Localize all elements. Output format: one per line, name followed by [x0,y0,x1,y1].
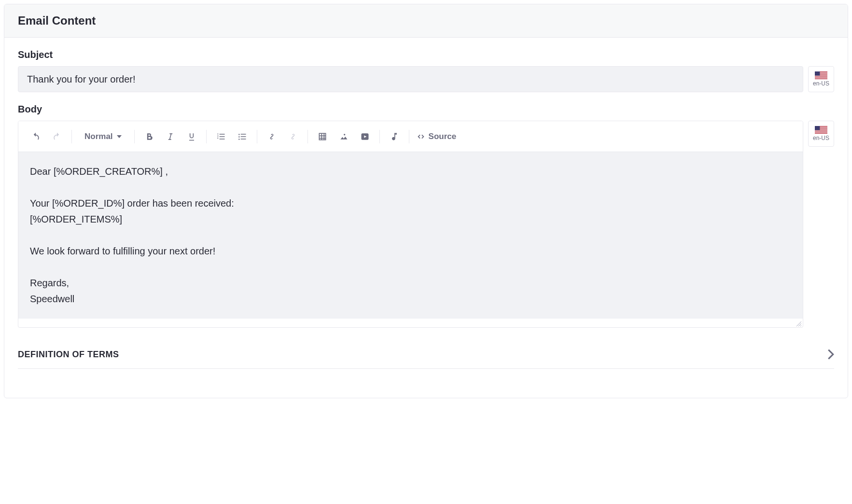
undo-button[interactable] [27,128,44,145]
unlink-icon [288,132,298,141]
toolbar-separator [257,130,257,143]
body-line [30,227,791,243]
caret-down-icon [117,135,122,138]
svg-rect-4 [815,76,827,76]
video-button[interactable] [356,128,374,145]
panel-body: Subject en-US Body [4,38,848,369]
body-line: We look forward to fulfilling your next … [30,243,791,259]
toolbar-separator [409,130,409,143]
editor-toolbar: Normal [18,121,803,152]
svg-rect-15 [815,133,827,133]
toolbar-separator [379,130,380,143]
redo-icon [52,132,62,141]
panel-title: Email Content [18,14,834,28]
body-line: [%ORDER_ITEMS%] [30,211,791,227]
subject-locale-text: en-US [813,80,829,87]
image-icon [339,132,349,141]
undo-icon [31,132,41,141]
source-button-label: Source [429,132,457,141]
paragraph-style-dropdown[interactable]: Normal [76,128,130,145]
toolbar-separator [134,130,135,143]
link-icon [267,132,277,141]
bold-button[interactable] [140,128,158,145]
ordered-list-icon [216,132,226,141]
definition-of-terms-title: DEFINITION OF TERMS [18,350,119,360]
table-icon [318,132,327,141]
underline-button[interactable] [183,128,200,145]
body-line [30,180,791,196]
editor-resize-handle[interactable] [18,319,803,327]
svg-rect-16 [815,126,820,130]
unlink-button[interactable] [284,128,302,145]
subject-row: en-US [18,66,834,92]
svg-rect-14 [815,131,827,132]
bold-icon [144,132,154,141]
image-button[interactable] [335,128,352,145]
ordered-list-button[interactable] [212,128,230,145]
svg-rect-7 [815,71,820,76]
body-locale-text: en-US [813,135,829,141]
us-flag-icon [815,71,827,79]
svg-rect-6 [815,78,827,79]
subject-field: Subject en-US [18,49,834,92]
subject-locale-selector[interactable]: en-US [808,66,834,92]
body-locale-selector[interactable]: en-US [808,121,834,147]
body-line [30,259,791,275]
body-label: Body [18,104,834,115]
svg-rect-13 [815,130,827,131]
definition-of-terms-accordion[interactable]: DEFINITION OF TERMS [18,339,834,369]
toolbar-separator [206,130,207,143]
link-button[interactable] [263,128,280,145]
editor-content-area[interactable]: Dear [%ORDER_CREATOR%] , Your [%ORDER_ID… [18,152,803,319]
audio-button[interactable] [386,128,403,145]
unordered-list-button[interactable] [234,128,251,145]
body-line: Regards, [30,275,791,291]
resize-grip-icon [796,322,801,326]
music-note-icon [390,132,399,141]
body-field: Body [18,104,834,328]
email-content-panel: Email Content Subject en-US Body [4,4,848,398]
subject-label: Subject [18,49,834,60]
rich-text-editor: Normal [18,121,803,328]
redo-button[interactable] [48,128,66,145]
italic-icon [166,132,175,141]
panel-header: Email Content [4,4,848,38]
code-icon [416,132,426,141]
unordered-list-icon [237,132,247,141]
italic-button[interactable] [162,128,179,145]
us-flag-icon [815,126,827,134]
style-dropdown-label: Normal [84,132,113,141]
body-row: Normal [18,121,834,328]
toolbar-separator [307,130,308,143]
body-line: Speedwell [30,291,791,307]
table-button[interactable] [314,128,331,145]
body-line: Your [%ORDER_ID%] order has been receive… [30,196,791,211]
svg-rect-5 [815,77,827,77]
source-button[interactable]: Source [413,128,460,145]
subject-input[interactable] [18,66,803,92]
toolbar-separator [71,130,72,143]
underline-icon [187,132,196,141]
video-icon [360,132,370,141]
body-line: Dear [%ORDER_CREATOR%] , [30,164,791,180]
chevron-right-icon [827,349,834,360]
